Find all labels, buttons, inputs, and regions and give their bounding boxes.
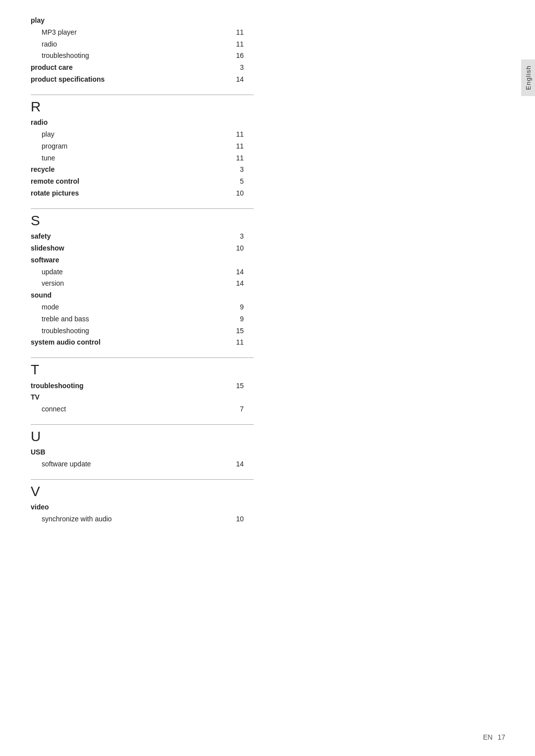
index-entry: TV: [31, 392, 244, 403]
u-section: UUSBsoftware update14: [31, 424, 278, 470]
index-entry: program11: [31, 141, 244, 152]
entry-page: 11: [234, 129, 244, 141]
entry-label: troubleshooting: [31, 325, 89, 337]
entry-page: 11: [234, 39, 244, 50]
index-entry: update14: [31, 266, 244, 278]
entry-label: software update: [31, 458, 91, 470]
entry-page: 10: [234, 513, 244, 525]
entry-label: USB: [31, 447, 46, 458]
section-letter-u: U: [31, 428, 278, 446]
index-entry: software: [31, 254, 244, 266]
index-entry: remote control5: [31, 176, 244, 188]
entry-label: connect: [31, 403, 66, 415]
entry-label: update: [31, 266, 63, 278]
index-entry: product care3: [31, 62, 244, 74]
index-entry: MP3 player11: [31, 27, 244, 39]
v-section: Vvideosynchronize with audio10: [31, 479, 278, 525]
entry-label: MP3 player: [31, 27, 77, 39]
entry-label: version: [31, 278, 64, 290]
entry-page: 7: [234, 403, 244, 415]
index-entry: radio: [31, 117, 244, 129]
entry-label: treble and bass: [31, 313, 89, 325]
entry-page: 10: [234, 188, 244, 200]
entry-label: program: [31, 141, 67, 152]
entry-label: synchronize with audio: [31, 513, 112, 525]
entry-page: 9: [234, 302, 244, 313]
section-divider: [31, 208, 254, 209]
section-divider: [31, 95, 254, 95]
entry-label: troubleshooting: [31, 380, 84, 392]
language-label: English: [525, 65, 532, 90]
entry-label: play: [31, 15, 45, 27]
index-entry: tune11: [31, 152, 244, 164]
section-divider: [31, 357, 254, 358]
index-entry: video: [31, 502, 244, 513]
entry-label: software: [31, 254, 59, 266]
entry-label: play: [31, 129, 54, 141]
entry-page: 15: [234, 380, 244, 392]
section-letter-s: S: [31, 212, 278, 230]
section-letter-v: V: [31, 483, 278, 501]
entry-page: 3: [234, 231, 244, 243]
r-section: Rradioplay11program11tune11recycle3remot…: [31, 95, 278, 200]
index-entry: recycle3: [31, 164, 244, 176]
entry-label: recycle: [31, 164, 54, 176]
entry-label: video: [31, 502, 49, 513]
footer-page-number: 17: [497, 733, 505, 741]
entry-page: 15: [234, 325, 244, 337]
footer-language: EN: [483, 733, 492, 741]
entry-label: radio: [31, 39, 57, 50]
index-entry: rotate pictures10: [31, 188, 244, 200]
index-entry: safety3: [31, 231, 244, 243]
section-divider: [31, 479, 254, 480]
section-letter-r: R: [31, 98, 278, 116]
index-entry: connect7: [31, 403, 244, 415]
entry-label: product specifications: [31, 74, 105, 86]
entry-page: 3: [234, 164, 244, 176]
index-entry: troubleshooting15: [31, 325, 244, 337]
entry-page: 3: [234, 62, 244, 74]
entry-label: radio: [31, 117, 48, 129]
entry-page: 9: [234, 313, 244, 325]
entry-label: slideshow: [31, 243, 64, 254]
entry-page: 11: [234, 27, 244, 39]
entry-page: 14: [234, 458, 244, 470]
section-divider: [31, 424, 254, 425]
entry-label: safety: [31, 231, 51, 243]
index-entry: product specifications14: [31, 74, 244, 86]
entry-label: tune: [31, 152, 55, 164]
s-section: Ssafety3slideshow10softwareupdate14versi…: [31, 208, 278, 349]
entry-label: TV: [31, 392, 40, 403]
index-entry: troubleshooting16: [31, 50, 244, 62]
entry-page: 14: [234, 266, 244, 278]
index-entry: radio11: [31, 39, 244, 50]
entry-page: 11: [234, 141, 244, 152]
entry-page: 10: [234, 243, 244, 254]
entry-label: sound: [31, 290, 52, 302]
entry-label: system audio control: [31, 337, 101, 349]
index-entry: system audio control11: [31, 337, 244, 349]
entry-label: mode: [31, 302, 59, 313]
index-entry: sound: [31, 290, 244, 302]
language-tab: English: [521, 59, 535, 96]
play-section: playMP3 player11radio11troubleshooting16…: [31, 15, 278, 86]
page-footer: EN 17: [483, 733, 505, 741]
entry-label: remote control: [31, 176, 79, 188]
entry-label: rotate pictures: [31, 188, 79, 200]
index-entry: software update14: [31, 458, 244, 470]
index-entry: slideshow10: [31, 243, 244, 254]
index-entry: mode9: [31, 302, 244, 313]
entry-page: 14: [234, 278, 244, 290]
section-letter-t: T: [31, 361, 278, 379]
entry-page: 11: [234, 152, 244, 164]
index-entry: treble and bass9: [31, 313, 244, 325]
index-entry: play: [31, 15, 244, 27]
index-entry: version14: [31, 278, 244, 290]
entry-page: 14: [234, 74, 244, 86]
page-content: playMP3 player11radio11troubleshooting16…: [31, 15, 278, 534]
index-entry: USB: [31, 447, 244, 458]
entry-label: product care: [31, 62, 73, 74]
entry-page: 16: [234, 50, 244, 62]
index-entry: troubleshooting15: [31, 380, 244, 392]
t-section: Ttroubleshooting15TVconnect7: [31, 357, 278, 415]
